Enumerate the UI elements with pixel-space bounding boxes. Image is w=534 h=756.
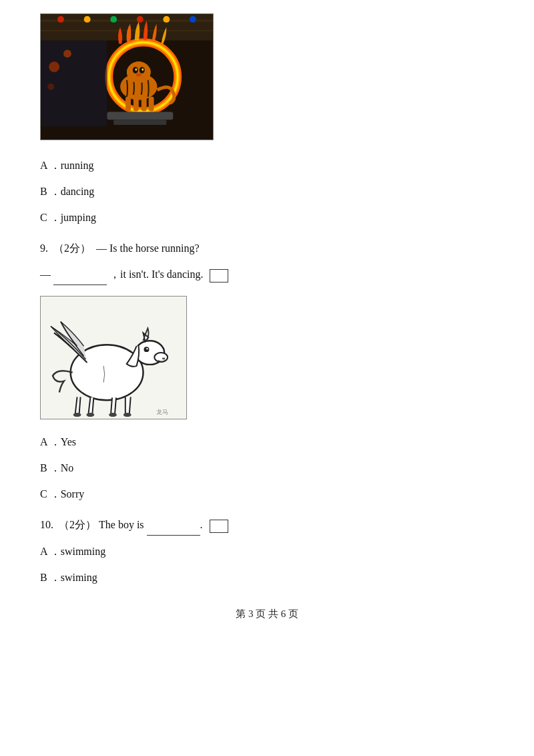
svg-point-9 xyxy=(190,16,196,23)
answer-bracket-10 xyxy=(210,520,228,533)
svg-point-29 xyxy=(49,61,59,72)
svg-point-39 xyxy=(123,413,131,417)
question-9-answer: — ，it isn't. It's dancing. xyxy=(40,265,494,285)
svg-point-35 xyxy=(154,353,168,362)
option-b-q10[interactable]: B ．swiming xyxy=(40,568,494,588)
page-content: A ．running B ．dancing C ．jumping 9. （2分）… xyxy=(40,13,494,620)
svg-rect-25 xyxy=(107,112,173,120)
svg-point-19 xyxy=(142,68,144,71)
svg-point-36 xyxy=(144,347,150,352)
page-footer: 第 3 页 共 6 页 xyxy=(40,608,494,620)
svg-point-38 xyxy=(162,357,166,359)
svg-point-4 xyxy=(57,16,64,23)
answer-bracket xyxy=(210,269,228,282)
horse-image: 龙马 xyxy=(40,296,187,419)
svg-point-8 xyxy=(163,16,170,23)
svg-rect-27 xyxy=(41,125,212,140)
svg-text:龙马: 龙马 xyxy=(156,409,168,415)
option-a-q9[interactable]: A ．Yes xyxy=(40,433,494,452)
option-b-q9[interactable]: B ．No xyxy=(40,459,494,478)
svg-point-20 xyxy=(136,73,142,77)
svg-rect-24 xyxy=(149,97,154,112)
svg-rect-26 xyxy=(113,120,166,125)
svg-point-30 xyxy=(63,49,71,57)
answer-blank-10 xyxy=(147,516,200,536)
svg-point-5 xyxy=(84,16,91,23)
option-c-q8[interactable]: C ．jumping xyxy=(40,208,494,228)
svg-point-18 xyxy=(135,68,137,71)
question-9: 9. （2分） — Is the horse running? xyxy=(40,239,494,258)
option-a-q8[interactable]: A ．running xyxy=(40,156,494,176)
svg-point-40 xyxy=(109,413,117,417)
svg-point-37 xyxy=(146,348,148,349)
question-10: 10. （2分） The boy is . xyxy=(40,516,494,536)
answer-blank xyxy=(53,265,107,285)
option-b-q8[interactable]: B ．dancing xyxy=(40,182,494,202)
svg-point-31 xyxy=(47,83,54,90)
svg-point-7 xyxy=(137,16,144,23)
svg-point-15 xyxy=(127,61,151,83)
svg-rect-23 xyxy=(142,97,147,112)
svg-point-41 xyxy=(86,413,94,417)
option-c-q9[interactable]: C ．Sorry xyxy=(40,485,494,504)
option-a-q10[interactable]: A ．swimming xyxy=(40,542,494,562)
svg-point-6 xyxy=(110,16,117,23)
tiger-image xyxy=(40,13,214,140)
svg-point-42 xyxy=(73,413,81,417)
svg-rect-22 xyxy=(134,97,139,112)
svg-rect-21 xyxy=(125,97,131,112)
